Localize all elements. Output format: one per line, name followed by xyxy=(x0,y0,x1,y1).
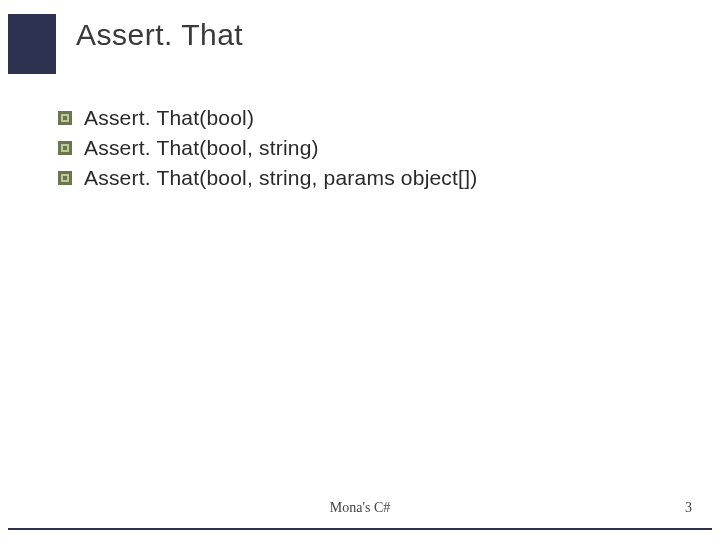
slide-title: Assert. That xyxy=(76,18,243,52)
bullet-icon xyxy=(58,111,72,125)
bullet-icon xyxy=(58,171,72,185)
svg-rect-5 xyxy=(63,146,67,150)
list-item: Assert. That(bool, string) xyxy=(58,136,477,160)
list-item: Assert. That(bool) xyxy=(58,106,477,130)
svg-rect-2 xyxy=(63,116,67,120)
list-item-text: Assert. That(bool, string) xyxy=(84,136,319,160)
page-number: 3 xyxy=(685,500,692,516)
bullet-list: Assert. That(bool) Assert. That(bool, st… xyxy=(58,106,477,196)
accent-block xyxy=(8,14,56,74)
footer-label: Mona's C# xyxy=(0,500,720,516)
list-item-text: Assert. That(bool) xyxy=(84,106,254,130)
list-item-text: Assert. That(bool, string, params object… xyxy=(84,166,477,190)
list-item: Assert. That(bool, string, params object… xyxy=(58,166,477,190)
bottom-rule xyxy=(8,528,712,530)
bullet-icon xyxy=(58,141,72,155)
svg-rect-8 xyxy=(63,176,67,180)
